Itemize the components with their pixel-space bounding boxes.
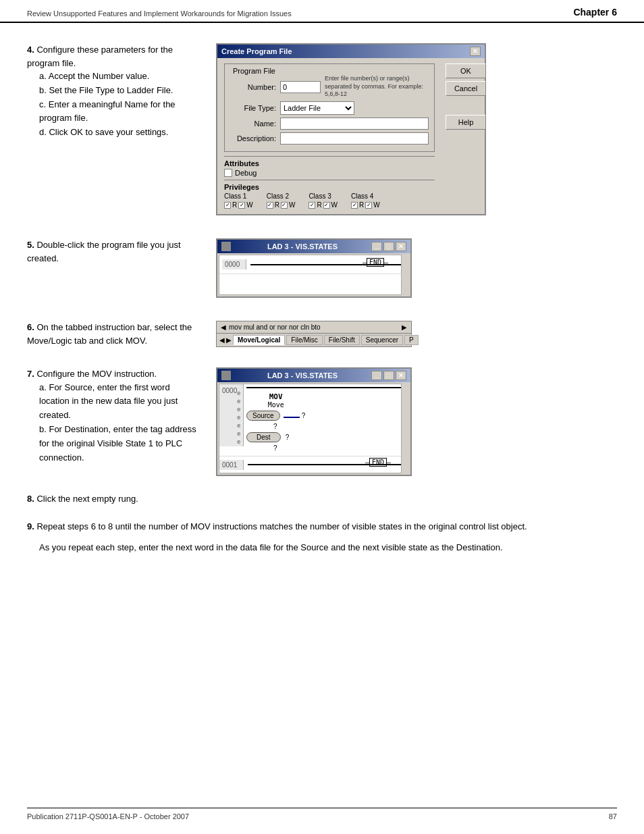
class2-r-check[interactable]: ✓: [267, 202, 273, 209]
class2-checks: ✓R ✓W: [267, 201, 296, 209]
tab-file-misc[interactable]: File/Misc: [286, 335, 322, 345]
class3-r-check[interactable]: ✓: [308, 202, 315, 209]
ok-button[interactable]: OK: [446, 63, 486, 78]
step-4a: a. Accept the Number value.: [39, 70, 203, 84]
lad1-close-icon[interactable]: ✕: [396, 242, 406, 251]
cancel-button[interactable]: Cancel: [446, 81, 486, 96]
step-7-text: 7. Configure the MOV instruction. a. For…: [27, 367, 203, 476]
lad2-rung-1-line: —END—: [248, 464, 404, 465]
source-q2: ?: [273, 423, 305, 430]
lad1-rung-0-num: 0000: [222, 259, 246, 269]
close-icon[interactable]: ✕: [470, 47, 481, 56]
instr-nav-left[interactable]: ◀: [221, 323, 226, 331]
instr-buttons: mov mul and or nor nor cln bto: [229, 323, 399, 331]
lad2-end-label: —END—: [365, 459, 391, 466]
step-4-image: Create Program File ✕ Program File: [216, 43, 617, 215]
step-7-image: LAD 3 - VIS.STATES _ □ ✕ 0000: [216, 367, 617, 476]
step-7a: a. For Source, enter the first word loca…: [39, 381, 203, 423]
step-9-text: 9. Repeat steps 6 to 8 until the number …: [27, 520, 617, 555]
instr-tabs-nav-left[interactable]: ◀: [219, 336, 225, 344]
lad2-minimize-icon[interactable]: _: [371, 371, 382, 380]
debug-checkbox[interactable]: [224, 169, 232, 177]
lad2-scrollbar[interactable]: [401, 384, 410, 473]
class2-w-check[interactable]: ✓: [281, 202, 288, 209]
lad1-title-icon: [221, 242, 231, 251]
lad1-rung-0: 0000 —END—: [219, 255, 408, 274]
tab-p[interactable]: P: [404, 335, 419, 345]
footer-page-number: 87: [609, 812, 617, 820]
tab-sequencer[interactable]: Sequencer: [361, 335, 403, 345]
step-7-subs: a. For Source, enter the first word loca…: [39, 381, 203, 465]
instr-tabs-nav-right[interactable]: ▶: [226, 336, 232, 344]
description-input[interactable]: [280, 132, 429, 145]
attributes-label: Attributes: [224, 159, 435, 167]
dialog-layout: Program File Number: Enter file number(s…: [217, 58, 485, 214]
class1-checks: ✓R ✓W: [224, 201, 253, 209]
lad2-close-icon[interactable]: ✕: [396, 371, 406, 380]
source-field[interactable]: [284, 417, 300, 418]
lad2-title: LAD 3 - VIS.STATES: [267, 371, 338, 380]
attributes-divider: [224, 156, 435, 157]
class1-r-check[interactable]: ✓: [224, 202, 231, 209]
class1-col: Class 1 ✓R ✓W: [224, 192, 253, 209]
lad2-maximize-icon[interactable]: □: [383, 371, 394, 380]
lad2-titlebar-buttons: _ □ ✕: [371, 371, 406, 380]
tab-file-shift[interactable]: File/Shift: [324, 335, 360, 345]
dialog-titlebar: Create Program File ✕: [217, 45, 485, 58]
step-4b: b. Set the File Type to Ladder File.: [39, 84, 203, 98]
mov-source-row: Source ?: [246, 411, 305, 421]
step-6-text: 6. On the tabbed instruction bar, select…: [27, 321, 203, 347]
step-5-number: 5.: [27, 240, 34, 250]
create-program-dialog: Create Program File ✕ Program File: [216, 43, 486, 215]
source-label: Source: [246, 411, 280, 421]
lad1-rung-0-line: —END—: [250, 264, 402, 265]
step-9-main-text: Repeat steps 6 to 8 until the number of …: [36, 521, 527, 531]
class1-w-check[interactable]: ✓: [238, 202, 245, 209]
step-7-number: 7.: [27, 369, 34, 379]
lad-win-1: LAD 3 - VIS.STATES _ □ ✕ 0000: [216, 238, 412, 298]
step-8-block: 8. Click the next empty rung.: [27, 492, 617, 506]
tab-move-logical[interactable]: Move/Logical: [233, 335, 285, 345]
lad2-rung-0-num: 0000 eeeeeee: [219, 384, 244, 446]
number-input[interactable]: [280, 81, 321, 93]
class4-w-check[interactable]: ✓: [365, 202, 372, 209]
lad2-body: 0000 eeeeeee MOV: [217, 384, 410, 473]
lad2-rung-0-topline: [246, 387, 406, 388]
dest-q: ?: [286, 434, 290, 441]
step-9-para: As you repeat each step, enter the next …: [39, 541, 617, 555]
class4-r-check[interactable]: ✓: [351, 202, 358, 209]
step-5-block: 5. Double-click the program file you jus…: [27, 238, 617, 298]
name-input[interactable]: [280, 118, 429, 130]
lad1-maximize-icon[interactable]: □: [383, 242, 394, 251]
help-button[interactable]: Help: [446, 115, 486, 130]
step-4-main-text: Configure these parameters for the progr…: [27, 45, 173, 68]
main-content: 4. Configure these parameters for the pr…: [0, 23, 644, 588]
step-5-main-text: Double-click the program file you just c…: [27, 240, 181, 263]
file-type-row: File Type: Ladder File: [230, 101, 429, 115]
privileges-label: Privileges: [224, 183, 435, 191]
step-4c: c. Enter a meaningful Name for the progr…: [39, 98, 203, 126]
lad1-scrollbar[interactable]: [401, 255, 410, 295]
name-label: Name:: [230, 120, 276, 128]
step-8-text: 8. Click the next empty rung.: [27, 492, 617, 506]
file-type-select[interactable]: Ladder File: [280, 101, 354, 115]
dialog-body: Program File Number: Enter file number(s…: [217, 58, 441, 214]
privileges-section: Class 1 ✓R ✓W Class 2 ✓R: [224, 192, 435, 209]
step-9-block: 9. Repeat steps 6 to 8 until the number …: [27, 520, 617, 555]
step-5-image: LAD 3 - VIS.STATES _ □ ✕ 0000: [216, 238, 617, 298]
lad2-rung-0: 0000 eeeeeee MOV: [219, 384, 408, 457]
dialog-main: Program File Number: Enter file number(s…: [217, 58, 441, 214]
page-header: Review Unsupported Features and Implemen…: [0, 0, 644, 23]
class4-checks: ✓R ✓W: [351, 201, 380, 209]
lad1-minimize-icon[interactable]: _: [371, 242, 382, 251]
step-8-main-text: Click the next empty rung.: [36, 494, 138, 504]
instr-nav-right[interactable]: ▶: [402, 323, 407, 331]
step-7-block: 7. Configure the MOV instruction. a. For…: [27, 367, 617, 476]
lad1-titlebar: LAD 3 - VIS.STATES _ □ ✕: [217, 240, 410, 253]
number-row: Number: Enter file number(s) or range(s)…: [230, 75, 429, 99]
footer-publication: Publication 2711P-QS001A-EN-P - October …: [27, 812, 189, 820]
lad2-rung-1-num: 0001: [219, 460, 244, 470]
header-chapter: Chapter 6: [573, 7, 617, 18]
class3-w-check[interactable]: ✓: [323, 202, 330, 209]
step-4d: d. Click OK to save your settings.: [39, 126, 203, 140]
